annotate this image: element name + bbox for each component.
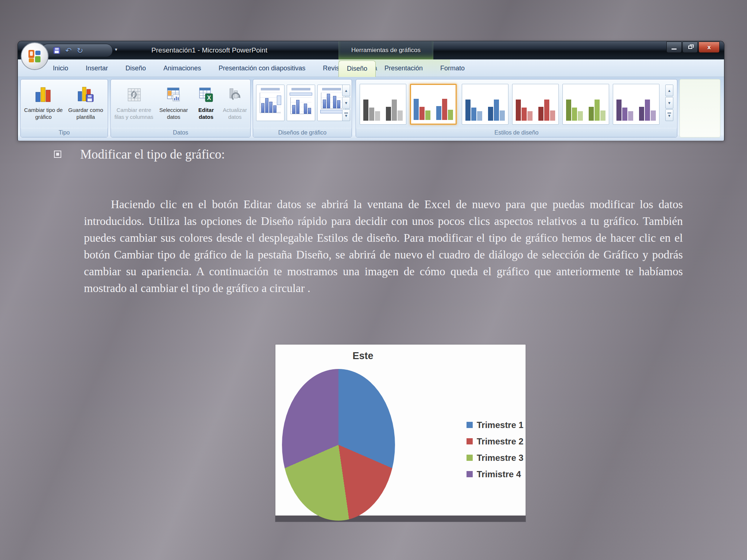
tab-presentacion-herramientas[interactable]: Presentación	[376, 59, 431, 77]
legend-label: Trimestre 2	[477, 436, 523, 447]
group-datos: Cambiar entre filas y columnas	[111, 79, 251, 137]
change-chart-type-icon	[34, 84, 53, 105]
group-estilos-de-diseno: ▲ ▼ ▼ Estilos de diseño	[356, 79, 677, 137]
legend-item: Trimestre 3	[467, 450, 523, 466]
redo-icon[interactable]: ↻	[77, 47, 84, 54]
tab-inicio[interactable]: Inicio	[44, 59, 77, 77]
quick-access-toolbar: ↶ ↻	[41, 44, 113, 57]
guardar-como-plantilla-button[interactable]: Guardar como plantilla	[65, 81, 106, 129]
undo-icon[interactable]: ↶	[65, 47, 72, 54]
ribbon-empty-area	[680, 79, 720, 137]
chart-style-option[interactable]	[613, 84, 659, 125]
chart-layout-thumbnail[interactable]	[287, 85, 315, 121]
actualizar-datos-button[interactable]: Actualizar datos	[220, 81, 249, 129]
button-label: Seleccionar datos	[157, 107, 190, 121]
chart-style-option[interactable]	[462, 84, 508, 125]
legend-item: Trimistre 4	[467, 466, 523, 482]
legend-swatch-trimistre-4	[467, 471, 473, 477]
heading-text: Modificar el tipo de gráfico:	[80, 147, 225, 162]
pie	[282, 369, 395, 521]
layout-gallery-more-icon[interactable]: ▼	[342, 109, 350, 121]
select-data-icon	[166, 84, 182, 105]
edit-data-icon: X	[198, 84, 214, 105]
tab-formato-herramientas[interactable]: Formato	[431, 59, 473, 77]
chart-layout-thumbnail[interactable]	[256, 85, 285, 121]
cambiar-entre-filas-y-columnas-button[interactable]: Cambiar entre filas y columnas	[112, 81, 155, 129]
layout-gallery-scrollbar: ▲ ▼ ▼	[342, 85, 350, 121]
style-gallery-more-icon[interactable]: ▼	[665, 109, 673, 121]
bullet-heading: Modificar el tipo de gráfico:	[54, 147, 225, 162]
titlebar: ↶ ↻ ▾ Presentación1 - Microsoft PowerPoi…	[18, 41, 724, 59]
tab-diseno[interactable]: Diseño	[117, 59, 155, 77]
chart-style-option[interactable]	[360, 84, 406, 125]
chart-layout-thumbnail[interactable]	[317, 85, 346, 121]
button-label: Editar datos	[192, 107, 220, 121]
chart-style-option[interactable]	[512, 84, 559, 125]
legend-swatch-trimestre-2	[467, 438, 473, 444]
legend-swatch-trimestre-3	[467, 455, 473, 461]
switch-row-column-icon	[126, 84, 142, 105]
legend-label: Trimistre 4	[477, 469, 521, 479]
close-icon: x	[707, 44, 711, 51]
group-label-disenos: Diseños de gráfico	[253, 128, 352, 137]
legend-item: Trimestre 1	[467, 417, 523, 433]
square-bullet-icon	[54, 151, 61, 158]
button-label: Actualizar datos	[220, 107, 249, 121]
ribbon: Cambiar tipo de gráfico Guardar co	[18, 77, 724, 141]
editar-datos-button[interactable]: X Editar datos	[192, 81, 220, 129]
office-logo-icon	[27, 48, 42, 64]
main-tabs: Inicio Insertar Diseño Animaciones Prese…	[44, 59, 386, 77]
style-gallery-scrollbar: ▲ ▼ ▼	[665, 85, 673, 121]
legend-swatch-trimestre-1	[467, 422, 473, 428]
button-label: Guardar como plantilla	[65, 107, 106, 121]
tab-diseno-herramientas[interactable]: Diseño	[338, 61, 376, 77]
seleccionar-datos-button[interactable]: Seleccionar datos	[157, 81, 190, 129]
chart-style-option[interactable]	[562, 84, 609, 125]
chart-style-option-selected[interactable]	[410, 84, 457, 125]
legend-label: Trimestre 3	[477, 453, 523, 463]
group-label-datos: Datos	[111, 128, 250, 137]
group-tipo: Cambiar tipo de gráfico Guardar co	[20, 79, 108, 137]
contextual-tab-group-header: Herramientas de gráficos	[338, 41, 433, 59]
group-disenos-de-grafico: ▲ ▼ ▼ Diseños de gráfico	[253, 79, 352, 137]
cambiar-tipo-de-grafico-button[interactable]: Cambiar tipo de gráfico	[23, 81, 64, 129]
office-button[interactable]	[21, 42, 49, 70]
pie-chart-image: Este Trimestre 1 Trimestre 2 Trimestre 3…	[275, 345, 526, 522]
powerpoint-window: ↶ ↻ ▾ Presentación1 - Microsoft PowerPoi…	[18, 41, 724, 140]
body-paragraph: Haciendo clic en el botón Editar datos s…	[84, 196, 683, 297]
style-scroll-down-icon[interactable]: ▼	[665, 97, 673, 109]
window-controls: x	[666, 42, 720, 53]
refresh-data-icon	[227, 84, 243, 105]
button-label: Cambiar tipo de gráfico	[23, 107, 64, 121]
window-title: Presentación1 - Microsoft PowerPoint	[127, 41, 291, 59]
restore-icon	[688, 46, 692, 49]
style-scroll-up-icon[interactable]: ▲	[665, 85, 673, 96]
tab-presentacion-con-diapositivas[interactable]: Presentación con diapositivas	[210, 59, 314, 77]
restore-button[interactable]	[682, 42, 698, 53]
legend-label: Trimestre 1	[477, 420, 523, 430]
chart-title: Este	[330, 350, 396, 362]
group-label-estilos: Estilos de diseño	[356, 128, 677, 137]
layout-scroll-up-icon[interactable]: ▲	[342, 85, 350, 96]
legend-item: Trimestre 2	[467, 433, 523, 450]
customize-qat-icon[interactable]: ▾	[115, 47, 117, 52]
tab-insertar[interactable]: Insertar	[77, 59, 117, 77]
tab-animaciones[interactable]: Animaciones	[155, 59, 210, 77]
ribbon-tab-row: Inicio Insertar Diseño Animaciones Prese…	[18, 59, 724, 77]
layout-scroll-down-icon[interactable]: ▼	[342, 97, 350, 109]
minimize-icon	[671, 48, 677, 50]
save-as-template-icon	[77, 84, 95, 105]
slide-canvas: ↶ ↻ ▾ Presentación1 - Microsoft PowerPoi…	[0, 0, 747, 560]
contextual-tabs: Diseño Presentación Formato	[338, 59, 450, 77]
chart-legend: Trimestre 1 Trimestre 2 Trimestre 3 Trim…	[467, 417, 523, 482]
close-button[interactable]: x	[698, 42, 720, 53]
group-label-tipo: Tipo	[21, 128, 108, 137]
svg-text:X: X	[207, 95, 211, 101]
minimize-button[interactable]	[666, 42, 682, 53]
button-label: Cambiar entre filas y columnas	[112, 107, 155, 121]
save-icon[interactable]	[53, 47, 60, 54]
